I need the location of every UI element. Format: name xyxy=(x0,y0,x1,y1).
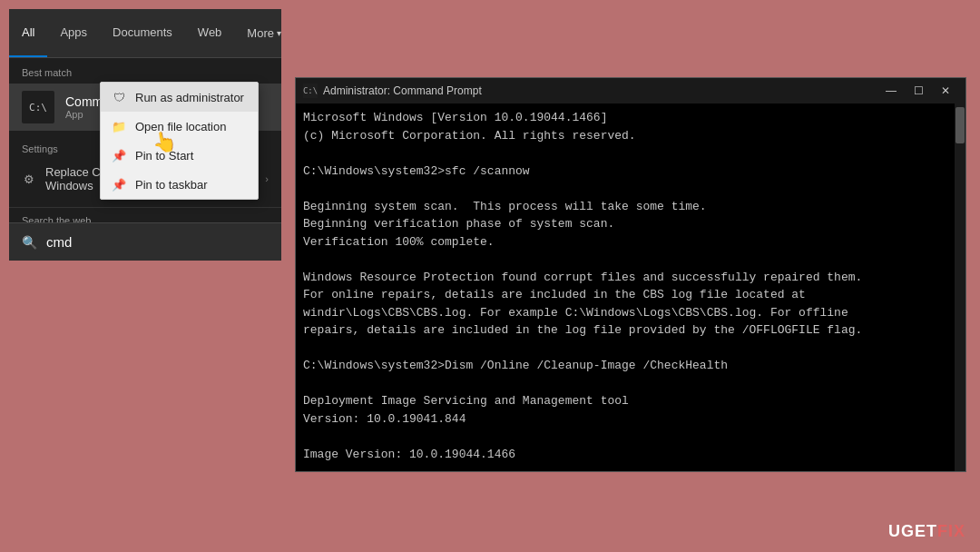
search-icon: 🔍 xyxy=(22,235,37,250)
pin-start-label: Pin to Start xyxy=(135,149,193,163)
settings-icon: ⚙ xyxy=(22,172,36,186)
app-icon: C:\ xyxy=(22,91,54,123)
tab-more[interactable]: More ▾ xyxy=(234,9,294,57)
search-input[interactable]: cmd xyxy=(46,234,72,250)
folder-icon: 📁 xyxy=(112,119,126,133)
cmd-controls: — ☐ ✕ xyxy=(878,82,958,100)
context-pin-taskbar[interactable]: 📌 Pin to taskbar xyxy=(101,170,258,199)
cmd-scrollbar[interactable] xyxy=(955,104,965,471)
minimize-button[interactable]: — xyxy=(878,82,904,100)
watermark-get: GET xyxy=(901,522,937,540)
open-file-label: Open file location xyxy=(135,120,226,133)
watermark: UGETFIX xyxy=(888,522,965,541)
search-bar: 🔍 cmd xyxy=(9,222,281,261)
pin-start-icon: 📌 xyxy=(112,148,126,163)
close-button[interactable]: ✕ xyxy=(933,82,958,100)
cmd-content-wrapper: Microsoft Windows [Version 10.0.19044.14… xyxy=(296,104,965,471)
context-pin-start[interactable]: 📌 Pin to Start xyxy=(101,141,258,170)
chevron-right-icon: › xyxy=(265,173,269,184)
context-menu: 🛡 Run as administrator 📁 Open file locat… xyxy=(100,82,259,200)
watermark-fix: FIX xyxy=(937,522,965,540)
pin-taskbar-label: Pin to taskbar xyxy=(135,178,208,192)
pin-taskbar-icon: 📌 xyxy=(112,177,126,192)
tab-documents[interactable]: Documents xyxy=(100,9,185,57)
tab-web[interactable]: Web xyxy=(185,9,235,57)
maximize-button[interactable]: ☐ xyxy=(906,82,931,100)
best-match-label: Best match xyxy=(9,58,281,84)
run-as-admin-label: Run as administrator xyxy=(135,91,244,104)
tabs-bar: All Apps Documents Web More ▾ xyxy=(9,9,281,58)
chevron-down-icon: ▾ xyxy=(277,28,281,38)
context-open-file-location[interactable]: 📁 Open file location xyxy=(101,112,258,141)
cmd-scrollbar-thumb[interactable] xyxy=(956,107,965,143)
cmd-title: Administrator: Command Prompt xyxy=(323,84,482,97)
cmd-output: Microsoft Windows [Version 10.0.19044.14… xyxy=(296,104,955,471)
tab-apps[interactable]: Apps xyxy=(47,9,100,57)
watermark-u: U xyxy=(888,522,901,540)
cmd-window: C:\ Administrator: Command Prompt — ☐ ✕ … xyxy=(295,77,966,472)
tab-all[interactable]: All xyxy=(9,9,47,57)
cmd-titlebar: C:\ Administrator: Command Prompt — ☐ ✕ xyxy=(296,78,965,104)
cmd-window-icon: C:\ xyxy=(303,84,318,98)
shield-icon: 🛡 xyxy=(112,90,126,104)
start-menu: All Apps Documents Web More ▾ Best match… xyxy=(9,9,281,261)
desktop: All Apps Documents Web More ▾ Best match… xyxy=(0,0,980,552)
context-run-as-admin[interactable]: 🛡 Run as administrator xyxy=(101,83,258,112)
